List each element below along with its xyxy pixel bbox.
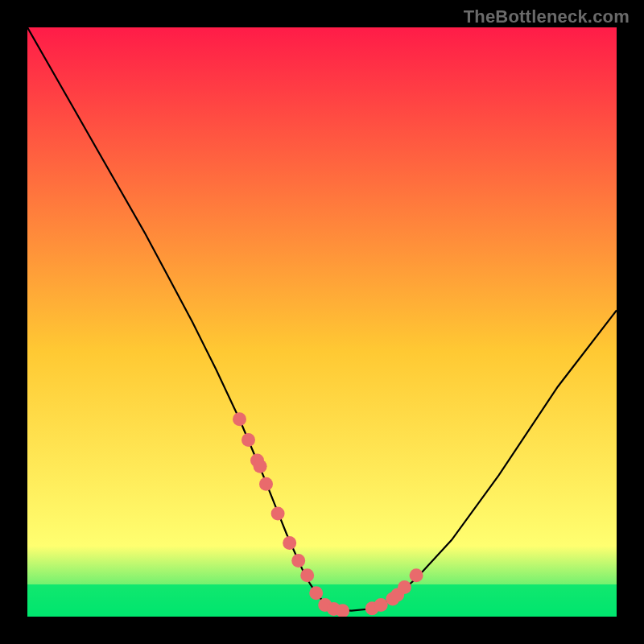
marker-dot [233, 412, 246, 426]
marker-dot [300, 568, 314, 582]
plot-area [27, 27, 617, 617]
marker-dot [309, 586, 323, 600]
marker-dot [254, 460, 267, 473]
gradient-background [27, 27, 617, 617]
marker-dot [259, 477, 273, 491]
marker-dot [398, 580, 411, 594]
marker-dot [410, 568, 423, 582]
marker-dot [283, 536, 296, 550]
marker-dot [374, 598, 388, 612]
watermark-text: TheBottleneck.com [464, 6, 630, 27]
marker-dot [291, 554, 305, 568]
chart-svg [27, 27, 617, 617]
marker-dot [242, 433, 255, 447]
marker-dot [271, 506, 285, 520]
